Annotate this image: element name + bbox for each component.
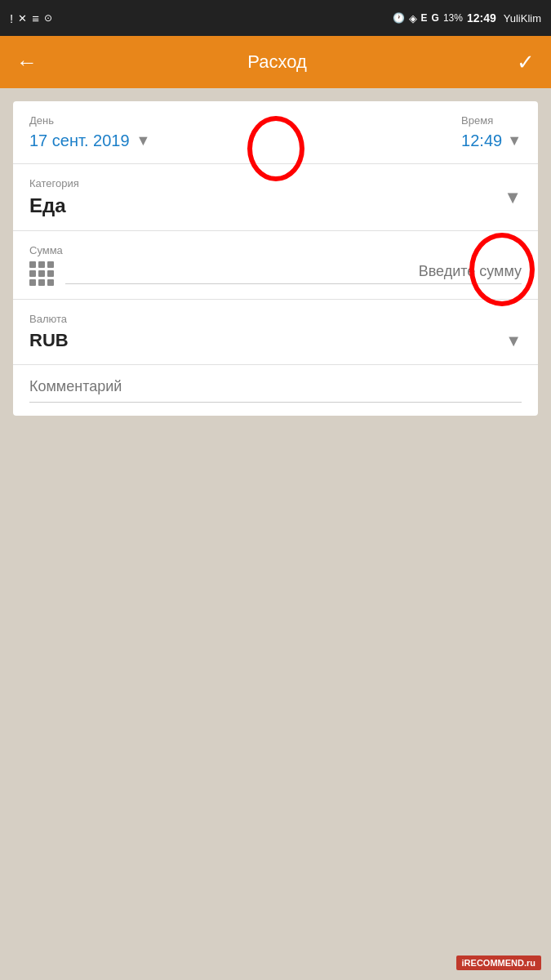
currency-section: Валюта RUB ▼: [13, 300, 538, 365]
form-card: День 17 сент. 2019 ▼ Время 12:49 ▼ К: [13, 101, 538, 416]
amount-input[interactable]: [65, 263, 522, 280]
notification-icon: !: [10, 11, 13, 25]
network-g-icon: G: [432, 12, 439, 24]
network-e-icon: E: [421, 12, 428, 24]
status-bar: ! ✕ ≡ ⊙ 🕐 ◈ E G 13% 12:49 YuliKlim: [0, 0, 551, 36]
toolbar: ← Расход ✓: [0, 36, 551, 88]
alarm-icon: 🕐: [393, 12, 405, 24]
time-status: 12:49: [467, 11, 496, 24]
comment-section: [13, 365, 538, 416]
watermark: iRECOMMEND.ru: [456, 956, 541, 970]
day-label: День: [29, 114, 461, 127]
day-dropdown-arrow[interactable]: ▼: [136, 132, 151, 149]
record-icon: ⊙: [44, 12, 52, 24]
currency-dropdown-arrow[interactable]: ▼: [505, 332, 522, 350]
main-content: День 17 сент. 2019 ▼ Время 12:49 ▼ К: [0, 88, 551, 429]
close-icon: ✕: [18, 12, 27, 24]
amount-label: Сумма: [29, 244, 522, 256]
category-section: Категория Еда ▼: [13, 164, 538, 231]
currency-label: Валюта: [29, 313, 522, 325]
back-button[interactable]: ←: [16, 50, 38, 75]
time-dropdown-arrow[interactable]: ▼: [507, 132, 522, 149]
currency-row: RUB ▼: [29, 330, 522, 351]
username-label: YuliKlim: [504, 12, 541, 24]
amount-section: Сумма: [13, 231, 538, 300]
datetime-row: День 17 сент. 2019 ▼ Время 12:49 ▼: [13, 101, 538, 164]
status-icons-left: ! ✕ ≡ ⊙: [10, 11, 52, 25]
menu-icon: ≡: [32, 11, 39, 25]
battery-level: 13%: [443, 12, 463, 24]
currency-value[interactable]: RUB: [29, 330, 69, 351]
page-title: Расход: [247, 51, 307, 73]
amount-input-wrapper: [65, 263, 522, 284]
status-icons-right: 🕐 ◈ E G 13% 12:49 YuliKlim: [393, 11, 541, 24]
category-left: Категория Еда: [29, 177, 79, 217]
time-value[interactable]: 12:49: [461, 131, 502, 150]
date-section: День 17 сент. 2019 ▼: [29, 114, 461, 150]
time-label: Время: [461, 114, 522, 127]
amount-row: [29, 261, 522, 286]
category-dropdown-arrow[interactable]: ▼: [504, 187, 522, 208]
time-section: Время 12:49 ▼: [461, 114, 522, 150]
wifi-icon: ◈: [409, 12, 417, 24]
category-label: Категория: [29, 177, 79, 189]
confirm-button[interactable]: ✓: [517, 50, 535, 75]
keypad-icon[interactable]: [29, 261, 54, 286]
comment-input[interactable]: [29, 378, 522, 403]
category-value[interactable]: Еда: [29, 194, 79, 217]
day-value[interactable]: 17 сент. 2019: [29, 131, 130, 150]
